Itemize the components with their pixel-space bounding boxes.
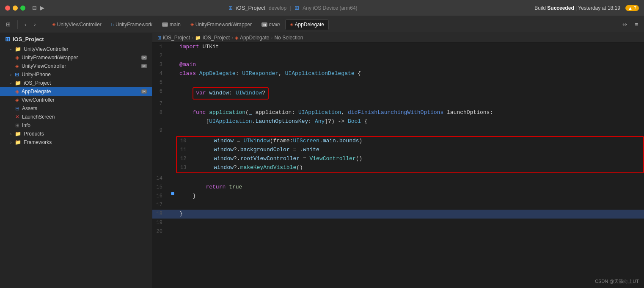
- xcode-project-icon: ⊞: [5, 36, 10, 42]
- warning-badge[interactable]: ▲ 7: [625, 5, 639, 11]
- swift-icon-sidebar-2: ◈: [15, 63, 19, 69]
- folder-icon-4: 📁: [15, 139, 21, 145]
- breadcrumb-folder-label: iOS_Project: [203, 35, 230, 41]
- breadcrumb-swift-icon: ◈: [235, 35, 238, 41]
- code-line-16: 16 }: [152, 192, 644, 201]
- breadcrumb-xcode-icon: ⊞: [157, 35, 161, 41]
- tab-main-2[interactable]: m main: [257, 19, 285, 30]
- sidebar: ⊞ iOS_Project › 📁 UnityViewController ◈ …: [0, 33, 152, 288]
- sidebar-label-viewcontroller: ViewController: [22, 97, 55, 103]
- build-status-text: Build Succeeded | Yesterday at 18:19: [534, 5, 620, 11]
- h-icon: h: [111, 22, 114, 27]
- device-target[interactable]: Any iOS Device (arm64): [303, 5, 357, 11]
- launchscreen-icon: ✕: [15, 114, 19, 120]
- forward-button[interactable]: ›: [31, 19, 38, 29]
- code-line-11: 11 window?.backgroundColor = .white: [177, 146, 643, 155]
- code-line-8: 8 func application(_ application: UIAppl…: [152, 108, 644, 117]
- sidebar-item-products[interactable]: › 📁 Products: [0, 130, 152, 138]
- swift-icon-sidebar-4: ◈: [15, 97, 19, 103]
- toolbar-separator-2: [43, 20, 43, 29]
- sidebar-label-unityframeworkwrapper: UnityFrameworkWrapper: [22, 55, 78, 61]
- editor-options-button[interactable]: ≡: [632, 19, 641, 29]
- sidebar-item-unityviewcontroller-file[interactable]: ◈ UnityViewController M: [0, 62, 152, 70]
- breadcrumb-folder[interactable]: 📁 iOS_Project: [195, 35, 230, 41]
- code-line-5: 5: [152, 78, 644, 87]
- device-icon: ⊞: [294, 5, 299, 11]
- code-line-19: 19: [152, 219, 644, 227]
- tab-unityviewcontroller[interactable]: ◈ UnityViewController: [47, 19, 106, 30]
- editor-area: ⊞ iOS_Project › 📁 iOS_Project › ◈ AppDel…: [152, 33, 644, 288]
- tab-unityframeworkwrapper[interactable]: ◈ UnityFrameworkWrapper: [186, 19, 256, 30]
- toolbar-right-icons: ⇔ ≡: [620, 19, 641, 29]
- tab-label-5: main: [269, 22, 280, 28]
- close-button[interactable]: [5, 6, 10, 11]
- sidebar-item-unity-iphone[interactable]: › ⊞ Unity-iPhone: [0, 70, 152, 79]
- sidebar-label-launchscreen: LaunchScreen: [22, 114, 55, 120]
- sidebar-item-viewcontroller[interactable]: ◈ ViewController: [0, 96, 152, 104]
- toolbar-separator-1: [17, 20, 18, 29]
- sidebar-label-unity-iphone: Unity-iPhone: [22, 72, 51, 78]
- tab-label-6: AppDelegate: [295, 22, 324, 28]
- sidebar-label-unityviewcontroller-folder: UnityViewController: [24, 46, 68, 52]
- play-icon[interactable]: ▶: [40, 5, 44, 11]
- grid-view-button[interactable]: ⊞: [3, 19, 13, 29]
- titlebar-center: ⊞ iOS_Project develop | ⊞ Any iOS Device…: [51, 5, 534, 11]
- sidebar-item-assets[interactable]: ⊟ Assets: [0, 104, 152, 113]
- breadcrumb-selection-label: No Selection: [274, 35, 303, 41]
- sidebar-toggle-icon[interactable]: ⊟: [32, 5, 37, 11]
- code-line-17: 17: [152, 201, 644, 210]
- sidebar-item-iosproject-folder[interactable]: › 📁 iOS_Project: [0, 79, 152, 87]
- tab-appdelegate[interactable]: ◈ AppDelegate: [285, 19, 329, 30]
- code-line-2: 2: [152, 52, 644, 61]
- code-line-3: 3 @main: [152, 61, 644, 69]
- tabs-container: ◈ UnityViewController h UnityFramework m…: [47, 19, 618, 30]
- minimize-button[interactable]: [13, 6, 18, 11]
- sidebar-label-info: Info: [22, 122, 30, 128]
- sidebar-item-unityframeworkwrapper[interactable]: ◈ UnityFrameworkWrapper M: [0, 53, 152, 62]
- m-badge-1: M: [141, 55, 147, 60]
- info-file-icon: ⊞: [15, 122, 19, 128]
- project-icon: ⊞: [228, 5, 233, 11]
- sidebar-label-products: Products: [24, 131, 44, 137]
- chevron-icon-2: ›: [10, 132, 11, 136]
- breadcrumb-selection[interactable]: No Selection: [274, 35, 303, 41]
- breadcrumb-project[interactable]: iOS_Project: [163, 35, 190, 41]
- chevron-down-icon-1: ›: [8, 48, 13, 50]
- sidebar-item-unityviewcontroller-folder[interactable]: › 📁 UnityViewController: [0, 45, 152, 53]
- breadcrumb-file[interactable]: ◈ AppDelegate: [235, 35, 269, 41]
- code-editor-wrapper: 1 import UIKit 2 3 @main: [152, 43, 644, 288]
- swift-icon-1: ◈: [52, 22, 55, 27]
- code-editor-scroll[interactable]: 1 import UIKit 2 3 @main: [152, 43, 644, 288]
- tab-label-4: UnityFrameworkWrapper: [195, 22, 252, 28]
- tab-unityframework[interactable]: h UnityFramework: [107, 19, 157, 30]
- tab-main-1[interactable]: m main: [157, 19, 185, 30]
- tab-label-2: UnityFramework: [116, 22, 152, 28]
- split-editor-button[interactable]: ⇔: [620, 19, 630, 29]
- back-button[interactable]: ‹: [22, 19, 29, 29]
- sidebar-item-frameworks[interactable]: › 📁 Frameworks: [0, 138, 152, 147]
- maximize-button[interactable]: [20, 6, 25, 11]
- folder-icon-3: 📁: [15, 131, 21, 137]
- chevron-icon-1: ›: [10, 72, 11, 77]
- xcode-icon-unity: ⊞: [15, 72, 19, 78]
- sidebar-item-appdelegate[interactable]: ◈ AppDelegate M: [0, 87, 152, 96]
- sidebar-project-item[interactable]: ⊞ iOS_Project: [0, 33, 152, 45]
- chevron-down-icon-2: ›: [8, 82, 13, 83]
- sidebar-label-iosproject-folder: iOS_Project: [24, 80, 51, 86]
- sidebar-label-appdelegate: AppDelegate: [22, 89, 51, 94]
- device-separator: |: [290, 5, 291, 11]
- toolbar: ⊞ ‹ › ◈ UnityViewController h UnityFrame…: [0, 16, 644, 33]
- sidebar-item-info[interactable]: ⊞ Info: [0, 121, 152, 130]
- tab-label-1: UnityViewController: [57, 22, 102, 28]
- swift-icon-3: ◈: [290, 22, 293, 27]
- chevron-icon-3: ›: [10, 140, 11, 145]
- sidebar-item-launchscreen[interactable]: ✕ LaunchScreen: [0, 113, 152, 121]
- folder-icon-1: 📁: [15, 46, 21, 52]
- m-icon-1: m: [162, 22, 168, 27]
- code-line-9: 9: [152, 126, 644, 135]
- code-editor[interactable]: 1 import UIKit 2 3 @main: [152, 43, 644, 236]
- branch-name: develop: [269, 5, 286, 11]
- code-line-12: 12 window?.rootViewController = ViewCont…: [177, 155, 643, 163]
- code-line-14: 14: [152, 174, 644, 183]
- swift-icon-sidebar-1: ◈: [15, 55, 19, 61]
